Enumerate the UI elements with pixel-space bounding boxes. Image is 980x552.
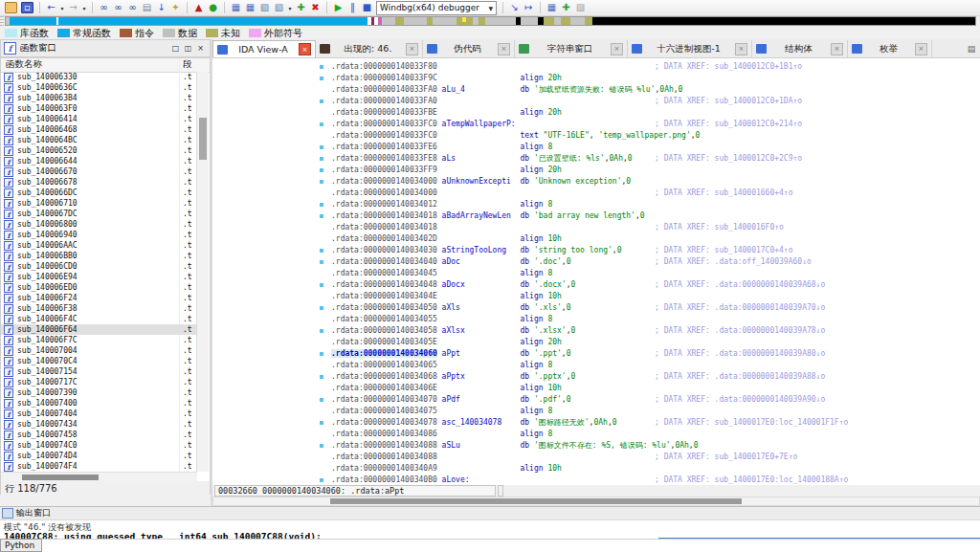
disasm-line[interactable]: .rdata:0000000140033FA0 aLu_4 db '加载壁纸资源… xyxy=(212,84,980,96)
function-row[interactable]: fsub_140006AAC.t xyxy=(1,240,197,251)
function-row[interactable]: fsub_1400074C0.t xyxy=(1,440,197,451)
column-function-name[interactable]: 函数名称 xyxy=(6,58,42,71)
disasm-line[interactable]: .rdata:0000000140034070 aPdf db '.pdf',0… xyxy=(212,394,980,406)
function-row[interactable]: fsub_1400067DC.t xyxy=(1,209,197,219)
function-row[interactable]: fsub_1400070C4.t xyxy=(1,356,197,366)
dropdown-caret-icon[interactable]: ▾ xyxy=(58,5,66,11)
disasm-line[interactable]: .rdata:0000000140033FE8 aLs db '已设置壁纸: %… xyxy=(212,153,980,165)
function-row[interactable]: fsub_140007458.t xyxy=(1,430,197,440)
function-row[interactable]: fsub_140006ED0.t xyxy=(1,282,197,293)
functions-vertical-scrollbar[interactable] xyxy=(196,72,209,472)
dropdown-caret-icon[interactable]: ▾ xyxy=(80,5,88,11)
disasm-line[interactable]: .rdata:0000000140033F9C align 20h xyxy=(212,73,980,84)
debugger-selector-combo[interactable]: Windbg(x64) debugger▼ xyxy=(376,1,497,15)
disasm-line[interactable]: .rdata:00000001400340A9 align 10h xyxy=(212,463,980,475)
function-row[interactable]: fsub_140006F7C.t xyxy=(1,335,197,345)
step-into-icon[interactable]: ↘ xyxy=(507,1,522,14)
function-row[interactable]: fsub_140007154.t xyxy=(1,366,197,377)
problem-mark-icon[interactable]: ▲ xyxy=(191,1,206,14)
disasm-line[interactable]: .rdata:0000000140034086 align 8 xyxy=(212,429,980,440)
navigate-back-icon[interactable]: ← xyxy=(44,1,58,14)
tab-十六进制视图-1[interactable]: 十六进制视图-1× xyxy=(628,40,752,57)
highlight-icon[interactable]: ✦ xyxy=(168,1,183,14)
calculator-icon[interactable]: ▦ xyxy=(545,1,559,14)
disasm-line[interactable]: .rdata:0000000140034078 asc_140034078 db… xyxy=(212,417,980,429)
print-icon[interactable]: ▤ xyxy=(140,1,154,14)
disasm-line[interactable]: .rdata:0000000140034048 aDocx db '.docx'… xyxy=(212,279,980,291)
disasm-line[interactable]: .rdata:0000000140034055 align 8 xyxy=(212,314,980,325)
disasm-line[interactable]: .rdata:00000001400340B0 aLove:; DATA XRE… xyxy=(212,475,980,485)
script-plus-icon[interactable]: ✚ xyxy=(559,1,573,14)
tab-close-icon[interactable]: × xyxy=(831,43,843,55)
function-row[interactable]: fsub_1400063B4.t xyxy=(1,93,197,103)
close-window-button[interactable]: × xyxy=(194,43,207,55)
tab-结构体[interactable]: 结构体× xyxy=(752,40,848,57)
function-row[interactable]: fsub_140006520.t xyxy=(1,145,197,156)
restore-window-button[interactable]: □ xyxy=(169,43,182,55)
tab-出现的: 46.[interactable]: 出现的: 46.× xyxy=(316,40,423,57)
function-row[interactable]: fsub_140006678.t xyxy=(1,177,197,188)
tab-close-icon[interactable]: × xyxy=(299,43,311,55)
disasm-line[interactable]: .rdata:0000000140034050 aXls db '.xls',0… xyxy=(212,302,980,314)
disasm-line[interactable]: .rdata:0000000140033FF9 align 20h xyxy=(212,165,980,176)
tab-close-icon[interactable]: × xyxy=(406,43,418,55)
disasm-line[interactable]: .rdata:0000000140034030 aStringTooLong d… xyxy=(212,245,980,256)
step-over-icon[interactable]: ↦ xyxy=(522,1,536,14)
function-row[interactable]: fsub_140006E94.t xyxy=(1,272,197,282)
disasm-line[interactable]: .rdata:0000000140034018; DATA XREF: sub_… xyxy=(212,222,980,233)
flowchart-icon[interactable]: ▦ xyxy=(229,1,243,14)
function-row[interactable]: fsub_1400074D4.t xyxy=(1,451,197,461)
user-graph-icon[interactable]: ✚ xyxy=(294,1,308,14)
tab-close-icon[interactable]: × xyxy=(611,43,623,55)
disasm-line[interactable]: .rdata:0000000140034088 aSLu db '图标文件不存在… xyxy=(212,440,980,452)
disasm-line[interactable]: .rdata:0000000140034058 aXlsx db '.xlsx'… xyxy=(212,325,980,337)
disasm-line[interactable]: .rdata:0000000140033FA0; DATA XREF: sub_… xyxy=(212,96,980,107)
python-command-input[interactable] xyxy=(42,539,980,552)
function-row[interactable]: fsub_140006644.t xyxy=(1,156,197,166)
column-segment[interactable]: 段 xyxy=(183,58,192,71)
function-row[interactable]: fsub_140006710.t xyxy=(1,198,197,209)
tab-close-icon[interactable]: × xyxy=(498,43,510,55)
function-row[interactable]: fsub_14000717C.t xyxy=(1,377,197,387)
function-row[interactable]: fsub_140007400.t xyxy=(1,398,197,408)
function-row[interactable]: fsub_140007434.t xyxy=(1,419,197,430)
stop-process-icon[interactable]: ■ xyxy=(360,1,374,14)
function-row[interactable]: fsub_140006CD0.t xyxy=(1,261,197,272)
disasm-line[interactable]: .rdata:0000000140034075 align 8 xyxy=(212,406,980,417)
start-process-icon[interactable]: ▶ xyxy=(331,1,345,14)
disasm-line[interactable]: .rdata:0000000140034045 align 8 xyxy=(212,268,980,279)
close-graph-icon[interactable]: ✖ xyxy=(308,1,323,14)
navband-grip[interactable] xyxy=(0,16,4,27)
function-row[interactable]: fsub_140006414.t xyxy=(1,114,197,124)
breakpoint-list-icon[interactable]: ▨ xyxy=(573,1,588,14)
function-row[interactable]: fsub_140006670.t xyxy=(1,166,197,177)
function-row[interactable]: fsub_1400063F0.t xyxy=(1,103,197,114)
disasm-line[interactable]: .rdata:0000000140033FBE align 20h xyxy=(212,107,980,119)
function-row[interactable]: fsub_140007404.t xyxy=(1,408,197,419)
function-row[interactable]: fsub_1400064BC.t xyxy=(1,135,197,145)
tab-伪代码[interactable]: 伪代码× xyxy=(423,40,515,57)
disasm-line[interactable]: .rdata:0000000140034000; DATA XREF: sub_… xyxy=(212,188,980,199)
navigation-band[interactable] xyxy=(5,16,976,26)
search-binoculars-icon[interactable]: ∞ xyxy=(97,1,111,14)
disasm-line[interactable]: .rdata:0000000140034065 align 8 xyxy=(212,360,980,371)
disasm-line[interactable]: .rdata:0000000140034060 aPpt db '.ppt',0… xyxy=(212,348,980,360)
tab-IDA View-A[interactable]: IDA View-A× xyxy=(212,40,316,57)
function-row[interactable]: fsub_140006940.t xyxy=(1,230,197,240)
xrefs-from-icon[interactable]: ▧ xyxy=(257,1,272,14)
navigate-forward-icon[interactable]: → xyxy=(66,1,80,14)
disasm-line[interactable]: .rdata:0000000140034040 aDoc db '.doc',0… xyxy=(212,256,980,268)
jump-down-icon[interactable]: ↓ xyxy=(154,1,168,14)
disasm-line[interactable]: .rdata:0000000140033FE6 align 8 xyxy=(212,142,980,153)
disassembly-horizontal-scrollbar[interactable] xyxy=(212,497,980,506)
function-row[interactable]: fsub_140006F38.t xyxy=(1,303,197,314)
function-row[interactable]: fsub_140006F24.t xyxy=(1,293,197,303)
function-row[interactable]: fsub_14000636C.t xyxy=(1,82,197,93)
function-row[interactable]: fsub_1400074F4.t xyxy=(1,461,197,472)
disasm-line[interactable]: .rdata:0000000140033F80; DATA XREF: sub_… xyxy=(212,61,980,73)
disasm-line[interactable]: .rdata:000000014003405E align 20h xyxy=(212,337,980,348)
disasm-line[interactable]: .rdata:000000014003406E align 10h xyxy=(212,383,980,394)
tab-close-icon[interactable]: × xyxy=(735,43,747,55)
function-row[interactable]: fsub_140006BB0.t xyxy=(1,251,197,261)
callgraph-icon[interactable]: ▦ xyxy=(243,1,257,14)
